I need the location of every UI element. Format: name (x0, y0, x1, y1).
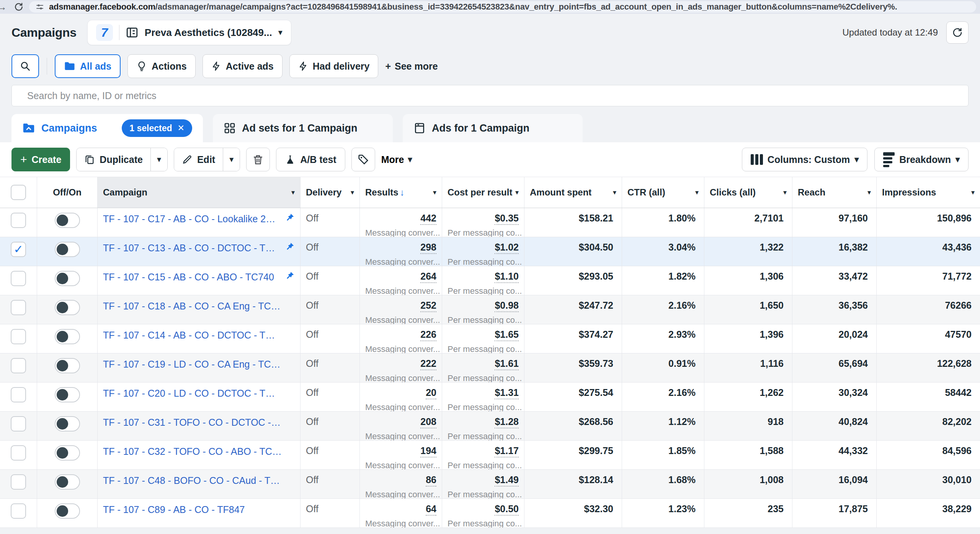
campaign-name-link[interactable]: TF - 107 - C15 - AB - CO - ABO - TC740 (103, 271, 282, 283)
col-header-results[interactable]: Results ↓ ▾ (360, 177, 442, 208)
cost-value[interactable]: $1.28 (495, 416, 519, 428)
results-value[interactable]: 194 (420, 445, 436, 457)
cost-value[interactable]: $1.10 (495, 271, 519, 283)
table-row[interactable]: ✓ TF - 107 - C13 - AB - CO - DCTOC - TC7… (0, 237, 980, 266)
table-row[interactable]: ✓ TF - 107 - C89 - AB - CO - TF847 Off 6… (0, 499, 980, 528)
campaign-name-link[interactable]: TF - 107 - C18 - AB - CO - CA Eng - TC74… (103, 300, 282, 312)
table-row[interactable]: ✓ TF - 107 - C19 - LD - CO - CA Eng - TC… (0, 353, 980, 383)
campaign-toggle[interactable] (55, 242, 80, 257)
account-selector[interactable]: 7 Preva Aesthetics (102849... ▾ (87, 20, 291, 45)
campaign-toggle[interactable] (55, 387, 80, 402)
campaign-name-link[interactable]: TF - 107 - C89 - AB - CO - TF847 (103, 503, 282, 515)
site-settings-icon[interactable] (35, 2, 44, 11)
tab-campaigns[interactable]: Campaigns 1 selected ✕ (11, 114, 203, 142)
filter-active-ads[interactable]: Active ads (203, 54, 283, 78)
reload-icon[interactable] (14, 2, 24, 12)
duplicate-dropdown-button[interactable]: ▾ (150, 148, 167, 171)
cost-value[interactable]: $1.31 (495, 387, 519, 399)
cost-value[interactable]: $0.98 (495, 300, 519, 312)
campaign-toggle[interactable] (55, 213, 80, 228)
row-checkbox[interactable]: ✓ (11, 271, 26, 286)
campaign-name-link[interactable]: TF - 107 - C14 - AB - CO - DCTOC - TC739 (103, 329, 282, 341)
table-row[interactable]: ✓ TF - 107 - C15 - AB - CO - ABO - TC740… (0, 266, 980, 295)
search-input[interactable] (11, 85, 969, 106)
edit-button[interactable]: Edit (174, 148, 223, 171)
edit-dropdown-button[interactable]: ▾ (223, 148, 240, 171)
filter-all-ads[interactable]: All ads (55, 54, 121, 78)
row-checkbox[interactable]: ✓ (11, 474, 26, 490)
results-value[interactable]: 252 (420, 300, 436, 312)
see-more-button[interactable]: + See more (385, 61, 438, 72)
campaign-toggle[interactable] (55, 416, 80, 431)
col-header-impressions[interactable]: Impressions ▾ (877, 177, 980, 208)
campaign-toggle[interactable] (55, 271, 80, 286)
cost-value[interactable]: $1.65 (495, 329, 519, 341)
campaign-toggle[interactable] (55, 329, 80, 344)
results-value[interactable]: 86 (426, 474, 436, 487)
campaign-name-link[interactable]: TF - 107 - C31 - TOFO - CO - DCTOC - TC7… (103, 416, 282, 428)
row-checkbox[interactable]: ✓ (11, 242, 26, 257)
tab-adsets[interactable]: Ad sets for 1 Campaign (213, 114, 393, 142)
table-row[interactable]: ✓ TF - 107 - C20 - LD - CO - DCTOC - TC7… (0, 383, 980, 412)
table-row[interactable]: ✓ TF - 107 - C32 - TOFO - CO - ABO - TC7… (0, 441, 980, 470)
campaign-name-link[interactable]: TF - 107 - C13 - AB - CO - DCTOC - TC738 (103, 242, 282, 254)
cost-value[interactable]: $1.61 (495, 358, 519, 370)
campaign-name-link[interactable]: TF - 107 - C19 - LD - CO - CA Eng - TC74… (103, 358, 282, 370)
cost-value[interactable]: $0.35 (495, 213, 519, 225)
more-button[interactable]: More ▾ (381, 148, 412, 171)
row-checkbox[interactable]: ✓ (11, 416, 26, 431)
selected-count-badge[interactable]: 1 selected ✕ (122, 119, 192, 137)
col-header-ctr[interactable]: CTR (all) ▾ (622, 177, 704, 208)
col-header-campaign[interactable]: Campaign ▾ (98, 177, 301, 208)
duplicate-button[interactable]: Duplicate (77, 148, 150, 171)
results-value[interactable]: 298 (420, 242, 436, 254)
table-row[interactable]: ✓ TF - 107 - C48 - BOFO - CO - CAud - TC… (0, 470, 980, 499)
close-icon[interactable]: ✕ (178, 123, 185, 133)
table-row[interactable]: ✓ TF - 107 - C31 - TOFO - CO - DCTOC - T… (0, 412, 980, 441)
cost-value[interactable]: $1.49 (495, 474, 519, 487)
delete-button[interactable] (246, 148, 270, 171)
results-value[interactable]: 20 (426, 387, 436, 399)
tag-button[interactable] (351, 148, 375, 171)
results-value[interactable]: 442 (420, 213, 436, 225)
create-button[interactable]: + Create (11, 148, 70, 171)
campaign-toggle[interactable] (55, 474, 80, 490)
row-checkbox[interactable]: ✓ (11, 213, 26, 228)
select-all-checkbox[interactable] (11, 185, 26, 200)
table-row[interactable]: ✓ TF - 107 - C14 - AB - CO - DCTOC - TC7… (0, 324, 980, 353)
campaign-name-link[interactable]: TF - 107 - C17 - AB - CO - Lookalike 2% … (103, 213, 282, 225)
filter-had-delivery[interactable]: Had delivery (289, 54, 379, 78)
table-row[interactable]: ✓ TF - 107 - C18 - AB - CO - CA Eng - TC… (0, 295, 980, 324)
results-value[interactable]: 264 (420, 271, 436, 283)
campaign-name-link[interactable]: TF - 107 - C48 - BOFO - CO - CAud - TC76… (103, 474, 282, 486)
columns-button[interactable]: Columns: Custom ▾ (742, 148, 867, 171)
campaign-toggle[interactable] (55, 300, 80, 315)
table-row[interactable]: ✓ TF - 107 - C17 - AB - CO - Lookalike 2… (0, 208, 980, 237)
row-checkbox[interactable]: ✓ (11, 329, 26, 344)
col-header-reach[interactable]: Reach ▾ (792, 177, 877, 208)
row-checkbox[interactable]: ✓ (11, 445, 26, 461)
breakdown-button[interactable]: Breakdown ▾ (874, 148, 969, 171)
campaign-name-link[interactable]: TF - 107 - C32 - TOFO - CO - ABO - TC760 (103, 445, 282, 457)
row-checkbox[interactable]: ✓ (11, 503, 26, 519)
campaign-toggle[interactable] (55, 503, 80, 519)
col-header-clicks[interactable]: Clicks (all) ▾ (704, 177, 792, 208)
row-checkbox[interactable]: ✓ (11, 387, 26, 402)
results-value[interactable]: 222 (420, 358, 436, 370)
col-header-cost-per-result[interactable]: Cost per result ▾ (442, 177, 524, 208)
ab-test-button[interactable]: A/B test (276, 148, 345, 171)
filter-actions[interactable]: Actions (127, 54, 196, 78)
cost-value[interactable]: $0.50 (495, 503, 519, 516)
url-bar[interactable]: adsmanager.facebook.com/adsmanager/manag… (29, 1, 976, 13)
forward-arrow-icon[interactable]: → (0, 1, 8, 13)
cost-value[interactable]: $1.17 (495, 445, 519, 457)
col-header-delivery[interactable]: Delivery ▾ (301, 177, 360, 208)
results-value[interactable]: 64 (426, 503, 436, 516)
cost-value[interactable]: $1.02 (495, 242, 519, 254)
tab-ads[interactable]: Ads for 1 Campaign (403, 114, 583, 142)
search-filter-button[interactable] (11, 54, 39, 78)
col-header-amount-spent[interactable]: Amount spent ▾ (524, 177, 622, 208)
results-value[interactable]: 208 (420, 416, 436, 428)
refresh-button[interactable] (946, 21, 969, 44)
campaign-toggle[interactable] (55, 358, 80, 373)
